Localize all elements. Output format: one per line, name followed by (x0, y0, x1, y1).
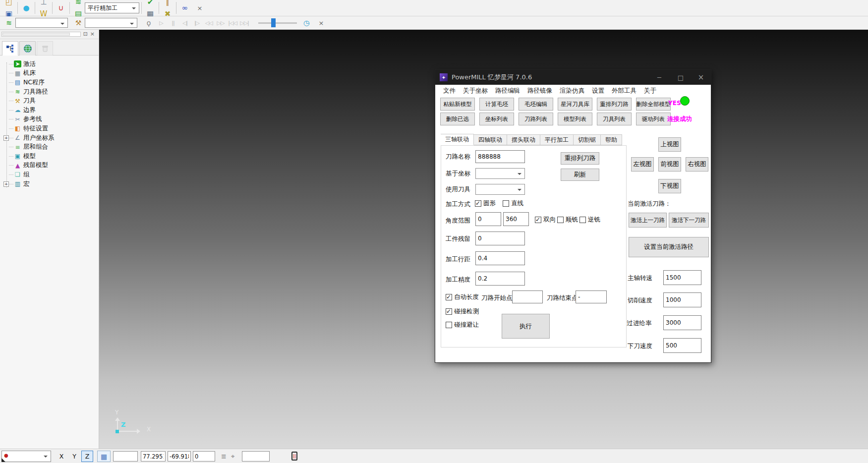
toolpath-select-icon[interactable]: ≋ (2, 17, 15, 28)
toolpath-icon[interactable]: ≋ (72, 0, 85, 8)
rewind-button[interactable]: ◁◁ (203, 17, 215, 28)
tool-verify-icon[interactable]: ✔ (144, 0, 157, 8)
tool-holder-icon[interactable]: ⊥ (37, 0, 50, 8)
phone-icon[interactable]: || (291, 452, 297, 461)
bidirectional-checkbox[interactable]: 双向 (535, 216, 556, 224)
clock-icon[interactable]: ◷ (300, 17, 313, 28)
line-checkbox[interactable]: 直线 (503, 199, 523, 208)
end-point-input[interactable] (576, 290, 607, 303)
tab-recycle-bin[interactable] (37, 41, 53, 56)
tree-item-nc-programs[interactable]: ▤ NC程序 (0, 78, 99, 87)
execute-button[interactable]: 执行 (502, 314, 550, 339)
plunge-feed-input[interactable] (663, 338, 701, 353)
tree-item-tools[interactable]: ⚒ 刀具 (0, 96, 99, 106)
toolpath-name-input[interactable] (475, 150, 525, 163)
go-end-button[interactable]: ▷▷| (238, 17, 250, 28)
action-button[interactable]: 刀路列表 (519, 113, 553, 125)
angle-max-input[interactable] (503, 212, 529, 226)
toolpath-combobox[interactable] (15, 18, 68, 28)
axis-z-button[interactable]: Z (81, 451, 93, 462)
cursor-position-icon[interactable]: ⌖ (231, 453, 234, 461)
rearrange-toolpath-button[interactable]: 重排列刀路 (561, 152, 599, 165)
tree-item-activate[interactable]: ➤ 激活 (0, 59, 99, 69)
view-left-button[interactable]: 左视图 (631, 157, 654, 172)
go-start-button[interactable]: |◁◁ (227, 17, 238, 28)
action-button[interactable]: 坐标列表 (479, 113, 514, 125)
skim-feed-input[interactable] (663, 315, 701, 330)
checkbox-box[interactable] (579, 217, 586, 223)
menu-item[interactable]: 外部工具 (612, 87, 637, 95)
resize-grip-icon[interactable] (1, 454, 5, 462)
climb-mill-checkbox[interactable]: 顺铣 (557, 216, 578, 224)
set-active-path-button[interactable]: 设置当前激活路径 (629, 237, 709, 257)
tree-item-macros[interactable]: + ▥ 宏 (0, 179, 99, 189)
tree-item-stock-models[interactable]: ▲ 残留模型 (0, 161, 99, 171)
shaded-sphere-icon[interactable]: ● (20, 2, 33, 14)
expander-icon[interactable]: + (3, 181, 9, 187)
checkbox-box[interactable] (535, 217, 541, 223)
view-top-button[interactable]: 上视图 (658, 137, 681, 152)
tab[interactable]: 三轴联动 (441, 134, 474, 145)
tool-pair-icon[interactable]: ∥ (161, 0, 174, 8)
tool-combobox[interactable] (85, 18, 137, 28)
menu-item[interactable]: 路径编辑 (495, 87, 520, 95)
tree-item-groups[interactable]: ❏ 组 (0, 170, 99, 179)
checkbox-box[interactable] (446, 294, 452, 300)
use-tool-combobox[interactable] (475, 184, 525, 195)
tree-item-workplanes[interactable]: + ∠ 用户坐标系 (0, 133, 99, 143)
menu-item[interactable]: 渲染仿真 (560, 87, 584, 95)
float-panel-icon[interactable]: ⊡ (83, 31, 88, 37)
step-back-button[interactable]: ◁| (179, 17, 191, 28)
tree-item-feature-sets[interactable]: ◧ 特征设置 (0, 124, 99, 133)
coordinate-x-field[interactable] (141, 451, 166, 462)
tolerance-status-input[interactable] (242, 451, 270, 462)
circular-checkbox[interactable]: 圆形 (475, 199, 496, 208)
tab-web-browser[interactable] (19, 41, 36, 56)
checkbox-box[interactable] (557, 217, 564, 223)
checkbox-box[interactable] (503, 200, 509, 207)
view-front-button[interactable]: 前视图 (658, 157, 681, 172)
coordinate-z-field[interactable] (193, 451, 215, 462)
close-toolbar-icon[interactable]: × (195, 3, 204, 12)
start-point-input[interactable] (512, 290, 543, 303)
axis-x-button[interactable]: X (56, 451, 67, 462)
minimize-button[interactable]: ─ (649, 70, 669, 85)
menu-item[interactable]: 设置 (592, 87, 604, 95)
pause-button[interactable]: || (167, 17, 179, 28)
menu-item[interactable]: 关于坐标 (463, 87, 488, 95)
axis-y-button[interactable]: Y (68, 451, 80, 462)
fast-forward-button[interactable]: ▷▷ (215, 17, 227, 28)
tab[interactable]: 平行加工 (540, 134, 574, 145)
menu-item[interactable]: 文件 (443, 87, 456, 95)
tree-item-boundaries[interactable]: ☁ 边界 (0, 106, 99, 115)
collision-avoid-checkbox[interactable]: 碰撞避让 (446, 321, 479, 329)
coordinate-list-icon[interactable]: ≣ (221, 453, 227, 460)
close-toolbar-icon[interactable]: × (317, 18, 326, 27)
tab[interactable]: 帮助 (601, 134, 622, 145)
stepover-input[interactable] (475, 251, 525, 265)
based-coord-combobox[interactable] (475, 168, 525, 179)
tab-explorer-tree[interactable] (2, 41, 18, 56)
action-button[interactable]: 删除已选 (440, 113, 475, 125)
menu-item[interactable]: 关于 (644, 87, 656, 95)
action-button[interactable]: 删除全部模型 (636, 98, 671, 111)
action-button[interactable]: 粘贴新模型 (440, 98, 475, 111)
expander-icon[interactable]: + (3, 135, 9, 141)
close-button[interactable]: × (691, 70, 711, 85)
view-right-button[interactable]: 右视图 (686, 157, 708, 172)
tree-item-models[interactable]: ▣ 模型 (0, 152, 99, 161)
view-bottom-button[interactable]: 下视图 (658, 179, 681, 193)
simulation-speed-slider[interactable] (258, 17, 297, 28)
view-combobox[interactable]: ● (1, 451, 51, 462)
conventional-mill-checkbox[interactable]: 逆铣 (579, 216, 600, 224)
action-button[interactable]: 刀具列表 (597, 113, 632, 125)
maximize-button[interactable]: □ (671, 70, 691, 85)
angle-min-input[interactable] (475, 212, 501, 226)
action-button[interactable]: 计算毛坯 (479, 98, 514, 111)
tree-item-toolpaths[interactable]: ≋ 刀具路径 (0, 87, 99, 97)
action-button[interactable]: 毛坯编辑 (519, 98, 553, 111)
close-panel-icon[interactable]: × (90, 31, 95, 37)
explorer-scrollbar[interactable] (1, 32, 81, 37)
tab[interactable]: 四轴联动 (474, 134, 507, 145)
checkbox-box[interactable] (475, 200, 481, 207)
